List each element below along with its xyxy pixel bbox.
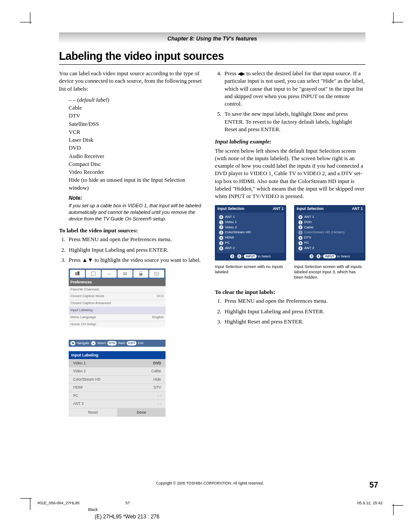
tab-icon bbox=[118, 270, 133, 278]
page-title: Labeling the video input sources bbox=[59, 50, 365, 62]
tab-icon bbox=[102, 270, 117, 278]
footer-black: Black bbox=[88, 507, 98, 512]
clear-steps: Press MENU and open the Preferences menu… bbox=[223, 297, 365, 326]
note-body: If you set up a cable box in VIDEO 1, th… bbox=[69, 202, 204, 222]
title-rule bbox=[59, 64, 365, 65]
svg-rect-3 bbox=[123, 272, 127, 273]
reset-button: Reset bbox=[69, 408, 117, 417]
tab-icon bbox=[149, 270, 164, 278]
svg-rect-5 bbox=[140, 273, 143, 275]
osd-left: Input SelectionANT 1 0ANT 1 1Video 1 2Vi… bbox=[215, 205, 286, 261]
footer-web: (E) 27HL95 *Web 213 : 276 bbox=[95, 514, 159, 520]
osd-right-caption: Input Selection screen with all inputs l… bbox=[294, 264, 365, 280]
label-steps: Press MENU and open the Preferences menu… bbox=[67, 236, 204, 264]
svg-rect-0 bbox=[75, 272, 77, 275]
to-label-heading: To label the video input sources: bbox=[59, 227, 204, 235]
page-number: 57 bbox=[369, 481, 378, 490]
osd-left-caption: Input Selection screen with no inputs la… bbox=[215, 264, 286, 275]
done-button: Done bbox=[117, 408, 166, 417]
tab-icon bbox=[86, 270, 101, 278]
svg-rect-4 bbox=[123, 274, 127, 275]
preferences-osd: Preferences Favorite Channels Closed Cap… bbox=[69, 268, 166, 347]
chapter-header: Chapter 8: Using the TV's features bbox=[59, 33, 365, 44]
osd-right: Input SelectionANT 1 0ANT 1 1DVD 2Cable … bbox=[294, 205, 365, 261]
example-heading: Input labeling example: bbox=[215, 138, 365, 146]
example-body: The screen below left shows the default … bbox=[215, 147, 365, 201]
copyright: Copyright © 2005 TOSHIBA CORPORATION. Al… bbox=[0, 481, 420, 485]
label-steps-cont: Press ◀▶ to select the desired label for… bbox=[223, 70, 365, 133]
footer-meta: #01E_056-064_27HL95 57 05.9.12, 15:42 bbox=[37, 501, 383, 505]
note-heading: Note: bbox=[69, 195, 204, 202]
left-column: You can label each video input source ac… bbox=[59, 70, 204, 417]
svg-rect-2 bbox=[92, 272, 96, 276]
svg-rect-1 bbox=[77, 272, 79, 275]
label-list: – – (default label) Cable DTV Satellite/… bbox=[69, 96, 204, 192]
input-labeling-osd: Input Labeling Video 1DVD Video 2Cable C… bbox=[69, 351, 166, 417]
right-column: Press ◀▶ to select the desired label for… bbox=[215, 70, 365, 417]
tab-icon bbox=[70, 270, 85, 278]
intro-text: You can label each video input source ac… bbox=[59, 70, 204, 93]
lock-icon bbox=[133, 270, 148, 278]
clear-heading: To clear the input labels: bbox=[215, 288, 365, 296]
